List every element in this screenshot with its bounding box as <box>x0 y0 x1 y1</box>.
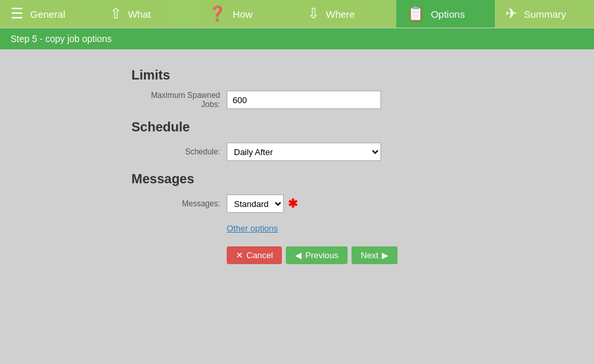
next-button[interactable]: Next ▶ <box>352 246 398 264</box>
schedule-section-title: Schedule <box>131 120 381 135</box>
cancel-button[interactable]: ✕ Cancel <box>227 246 282 264</box>
cancel-label: Cancel <box>246 250 273 260</box>
what-icon: ⇧ <box>110 7 122 21</box>
nav-label-options: Options <box>431 9 465 20</box>
nav-label-general: General <box>30 9 65 20</box>
options-icon: 📋 <box>407 7 424 21</box>
nav-item-what[interactable]: ⇧ What <box>99 0 198 28</box>
cancel-icon: ✕ <box>236 250 243 260</box>
nav-item-summary[interactable]: ✈ Summary <box>495 0 594 28</box>
nav-label-how: How <box>233 9 252 20</box>
schedule-select[interactable]: Daily After Daily Weekly Monthly Once <box>227 143 381 161</box>
max-spawned-row: Maximum Spawned Jobs: <box>131 91 381 109</box>
other-options-link[interactable]: Other options <box>227 223 381 233</box>
nav-item-general[interactable]: ☰ General <box>0 0 99 28</box>
nav-item-where[interactable]: ⇩ Where <box>297 0 396 28</box>
button-row: ✕ Cancel ◀ Previous Next ▶ <box>227 246 381 264</box>
previous-icon: ◀ <box>295 250 302 260</box>
how-icon: ❓ <box>208 7 226 21</box>
nav-label-summary: Summary <box>524 9 566 20</box>
previous-label: Previous <box>305 250 338 260</box>
form-container: Limits Maximum Spawned Jobs: Schedule Sc… <box>131 68 381 264</box>
nav-item-how[interactable]: ❓ How <box>198 0 297 28</box>
max-spawned-label: Maximum Spawned Jobs: <box>131 91 227 109</box>
content-area: Limits Maximum Spawned Jobs: Schedule Sc… <box>0 49 594 345</box>
step-bar: Step 5 - copy job options <box>0 28 594 49</box>
nav-item-options[interactable]: 📋 Options <box>396 0 495 28</box>
top-navigation: ☰ General ⇧ What ❓ How ⇩ Where 📋 Options… <box>0 0 594 28</box>
previous-button[interactable]: ◀ Previous <box>286 246 348 264</box>
schedule-label: Schedule: <box>131 147 227 156</box>
general-icon: ☰ <box>11 7 24 21</box>
messages-select[interactable]: Standard Verbose None <box>227 194 284 213</box>
summary-icon: ✈ <box>505 7 517 21</box>
step-bar-text: Step 5 - copy job options <box>11 34 112 44</box>
messages-select-wrapper: Standard Verbose None ✱ <box>227 194 298 213</box>
next-label: Next <box>361 250 378 260</box>
messages-label: Messages: <box>131 199 227 208</box>
nav-label-where: Where <box>326 9 355 20</box>
next-icon: ▶ <box>382 250 388 260</box>
where-icon: ⇩ <box>308 7 319 21</box>
messages-section-title: Messages <box>131 171 381 187</box>
schedule-row: Schedule: Daily After Daily Weekly Month… <box>131 143 381 161</box>
required-star: ✱ <box>288 196 298 211</box>
limits-section-title: Limits <box>131 68 381 83</box>
max-spawned-input[interactable] <box>227 91 381 109</box>
nav-label-what: What <box>128 9 151 20</box>
messages-row: Messages: Standard Verbose None ✱ <box>131 194 381 213</box>
